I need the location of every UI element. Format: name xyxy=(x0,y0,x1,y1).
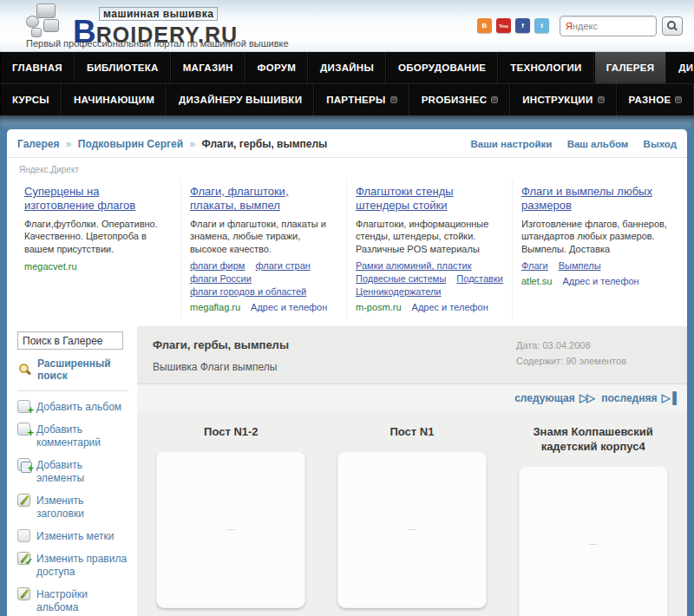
pagination-last-link[interactable]: последняя xyxy=(601,392,657,404)
ad-sublink[interactable]: флаги фирм xyxy=(190,260,245,271)
ad-sublink[interactable]: флаги России xyxy=(190,273,252,284)
sidebar-item-edit-titles[interactable]: Изменить заголовки xyxy=(17,494,132,521)
ad-block: Суперцены на изготовление флагов Флаги,ф… xyxy=(7,176,687,326)
ad-contact-link[interactable]: Адрес и телефон xyxy=(562,276,638,286)
ad-title-link[interactable]: Суперцены на изготовление флагов xyxy=(24,185,172,213)
ad-sublink[interactable]: Рамки алюминий, пластик xyxy=(356,260,472,271)
breadcrumb-bar: Галерея » Подковырин Сергей » Флаги, гер… xyxy=(7,129,687,158)
nav-item-technologies[interactable]: ТЕХНОЛОГИИ xyxy=(498,52,593,83)
ad-sublink[interactable]: Подвесные системы xyxy=(356,273,446,284)
sidebar-item-add-comment[interactable]: Добавить комментарий xyxy=(17,423,132,449)
nav-item-instructions[interactable]: ИНСТРУКЦИИ xyxy=(510,84,616,115)
breadcrumb-gallery[interactable]: Галерея xyxy=(17,138,59,150)
breadcrumb-separator: » xyxy=(189,138,195,150)
yandex-placeholder-ya: Я xyxy=(566,21,573,31)
nav-item-probusiness[interactable]: PROБИЗНЕС xyxy=(409,84,511,115)
item-thumbnail[interactable]: — xyxy=(156,451,305,608)
advanced-search-link[interactable]: Расширенный поиск xyxy=(19,357,132,382)
item-thumbnail[interactable]: — xyxy=(519,466,668,616)
youtube-icon[interactable]: You xyxy=(496,18,511,33)
ad-item: Флаги, флагштоки, плакаты, вымпел Флаги … xyxy=(181,180,347,318)
nav-item-forum[interactable]: ФОРУМ xyxy=(246,52,309,83)
blogger-icon[interactable]: B xyxy=(477,18,492,33)
ad-title-link[interactable]: Флаги и вымпелы любых размеров xyxy=(521,185,670,213)
dropdown-icon xyxy=(491,96,498,103)
sidebar-item-edit-access[interactable]: Изменить правила доступа xyxy=(17,552,132,579)
ad-body: Изготовление флагов, баннеров, штандарто… xyxy=(521,218,670,257)
gallery-search-input[interactable] xyxy=(17,331,123,350)
sidebar-item-add-elements[interactable]: Добавить элементы xyxy=(17,458,132,485)
nav-item-partners[interactable]: ПАРТНЕРЫ xyxy=(314,84,409,115)
sidebar-item-edit-tags[interactable]: Изменить метки xyxy=(17,529,132,543)
ad-sublink[interactable]: Ценникодержатели xyxy=(356,286,441,297)
user-settings-link[interactable]: Ваши настройки xyxy=(471,139,553,149)
item-title[interactable]: Знамя Колпашевский кадетский корпус4 xyxy=(503,425,684,455)
last-page-icon[interactable]: ▷▐ xyxy=(662,391,675,404)
album-date: Дата: 03.04.2008 xyxy=(516,338,626,354)
gallery-sidebar: Расширенный поиск Добавить альбом Добави… xyxy=(7,326,137,616)
ad-domain-link[interactable]: atlet.su xyxy=(521,276,552,286)
gallery-item: Пост N1 — Дата: 10.06.2015 Новый « опера… xyxy=(322,425,502,616)
gallery-main: Флаги, гербы, вымпелы Вышивка Флаги вымп… xyxy=(137,326,687,616)
ad-domain-link[interactable]: m-posm.ru xyxy=(356,302,402,312)
user-links: Ваши настройки Ваш альбом Выход xyxy=(459,139,677,149)
album-settings-icon xyxy=(17,587,30,600)
ad-item: Суперцены на изготовление флагов Флаги,ф… xyxy=(16,180,181,318)
ad-sublink[interactable]: Подставки xyxy=(456,273,503,284)
dropdown-icon xyxy=(675,96,682,103)
edit-titles-icon xyxy=(17,494,30,507)
ad-sublink[interactable]: флаги стран xyxy=(255,260,310,271)
sidebar-divider xyxy=(17,390,128,391)
advanced-search-icon xyxy=(19,364,31,376)
yandex-placeholder-rest: ндекс xyxy=(573,21,598,31)
dropdown-icon xyxy=(390,96,397,103)
next-page-icon[interactable]: ▷▷ xyxy=(579,391,593,404)
search-icon xyxy=(667,21,678,31)
ad-title-link[interactable]: Флагштоки стенды штендеры стойки xyxy=(356,185,503,213)
nav-item-courses[interactable]: КУРСЫ xyxy=(0,84,62,115)
logout-link[interactable]: Выход xyxy=(644,139,677,149)
yandex-search: Яндекс xyxy=(560,16,683,36)
nav-item-home[interactable]: ГЛАВНАЯ xyxy=(0,52,75,83)
yandex-search-button[interactable] xyxy=(662,16,683,36)
pagination-bar: следующая ▷▷ последняя ▷▐ xyxy=(137,383,687,411)
ad-domain-link[interactable]: megaflag.ru xyxy=(190,302,240,312)
item-thumbnail[interactable]: — xyxy=(337,451,487,608)
nav-item-embroidery-designer[interactable]: ДИЗАЙНЕРУ ВЫШИВКИ xyxy=(167,84,314,115)
album-count: Содержит: 90 элементов xyxy=(516,354,626,370)
user-album-link[interactable]: Ваш альбом xyxy=(567,139,629,149)
yandex-direct-label: Яндекс.Директ xyxy=(7,158,687,176)
ad-domain-link[interactable]: megacvet.ru xyxy=(24,261,77,272)
nav-item-library[interactable]: БИБЛИОТЕКА xyxy=(75,52,171,83)
ad-sublink[interactable]: Вымпелы xyxy=(559,260,601,271)
nav-item-shop[interactable]: МАГАЗИН xyxy=(171,52,246,83)
ad-contact-link[interactable]: Адрес и телефон xyxy=(251,302,327,312)
ad-title-link[interactable]: Флаги, флагштоки, плакаты, вымпел xyxy=(190,185,337,213)
nav-item-equipment[interactable]: ОБОРУДОВАНИЕ xyxy=(386,52,498,83)
ad-sublink[interactable]: Флаги xyxy=(521,260,548,271)
logo-machines-icon xyxy=(24,3,69,38)
sidebar-item-album-settings[interactable]: Настройки альбома xyxy=(17,587,132,614)
nav-item-designers[interactable]: ДИЗАЙНЕРЫ xyxy=(666,52,694,83)
album-title: Флаги, гербы, вымпелы xyxy=(153,338,289,351)
twitter-icon[interactable]: t xyxy=(534,18,549,33)
nav-item-designs[interactable]: ДИЗАЙНЫ xyxy=(308,52,386,83)
ad-item: Флаги и вымпелы любых размеров Изготовле… xyxy=(513,180,678,318)
ad-body: Флаги и флагштоки, плакаты и знамена, лю… xyxy=(190,218,337,257)
nav-item-gallery[interactable]: ГАЛЕРЕЯ xyxy=(594,52,667,83)
social-icons: B You f t xyxy=(477,18,549,33)
album-subtitle: Вышивка Флаги вымпелы xyxy=(153,361,289,373)
item-title[interactable]: Пост N1 xyxy=(322,425,502,440)
yandex-search-input[interactable]: Яндекс xyxy=(560,16,657,36)
breadcrumb-author[interactable]: Подковырин Сергей xyxy=(78,138,183,150)
ad-contact-link[interactable]: Адрес и телефон xyxy=(412,302,488,312)
sidebar-item-add-album[interactable]: Добавить альбом xyxy=(17,400,132,414)
nav-item-beginners[interactable]: НАЧИНАЮЩИМ xyxy=(62,84,167,115)
nav-item-misc[interactable]: РАЗНОЕ xyxy=(617,84,694,115)
pagination-next-link[interactable]: следующая xyxy=(514,392,574,404)
item-title[interactable]: Пост N1-2 xyxy=(141,425,321,440)
facebook-icon[interactable]: f xyxy=(515,18,530,33)
breadcrumb: Галерея » Подковырин Сергей » Флаги, гер… xyxy=(17,138,327,150)
content-panel: Галерея » Подковырин Сергей » Флаги, гер… xyxy=(7,129,687,616)
ad-sublink[interactable]: флаги городов и областей xyxy=(190,286,306,297)
